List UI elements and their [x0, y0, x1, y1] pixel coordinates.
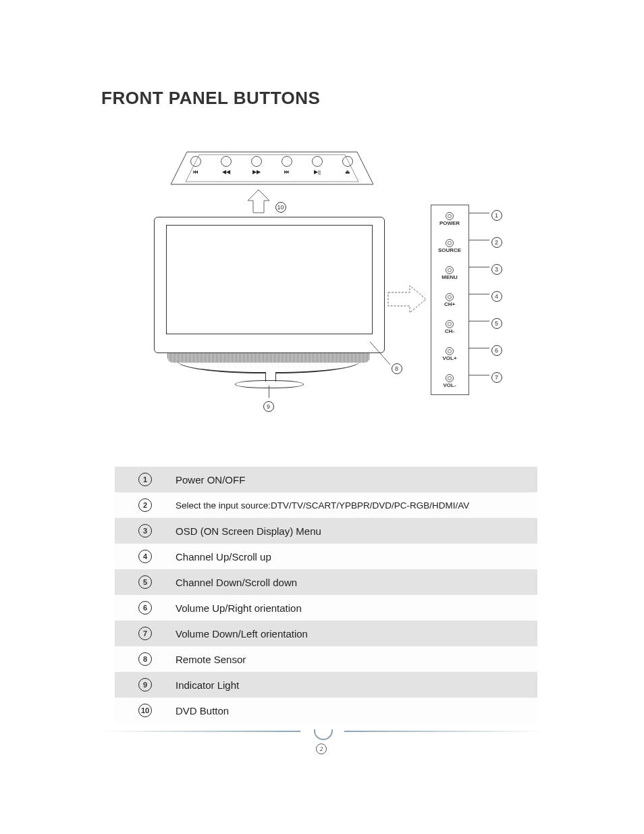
- callout-ref-1: 1: [491, 208, 502, 221]
- menu-button: MENU: [431, 259, 468, 286]
- callout-ref-10: 10: [275, 200, 286, 213]
- manual-page: FRONT PANEL BUTTONS ⏮ ◀◀ ▶▶ ⏭ ▶|| ⏏: [101, 88, 543, 723]
- table-row: 7Volume Down/Left orientation: [115, 621, 537, 646]
- callout-ref-6: 6: [491, 343, 502, 356]
- volume-up-button: VOL+: [431, 340, 468, 367]
- callout-ref-7: 7: [491, 370, 502, 383]
- leader-line: [469, 267, 489, 267]
- power-button: POWER: [431, 205, 468, 232]
- leader-line: [469, 213, 489, 213]
- dvd-button-strip: ⏮ ◀◀ ▶▶ ⏭ ▶|| ⏏: [171, 149, 373, 186]
- play-pause-icon: ▶||: [314, 169, 321, 175]
- table-row: 9Indicator Light: [115, 672, 537, 698]
- callout-ref-4: 4: [491, 289, 502, 302]
- channel-down-button: CH-: [431, 313, 468, 340]
- footer-rule-left: [101, 731, 300, 732]
- front-panel-diagram: ⏮ ◀◀ ▶▶ ⏭ ▶|| ⏏ 10: [134, 149, 512, 419]
- dvd-eject-button: ⏏: [342, 156, 353, 175]
- legend-table: 1Power ON/OFF 2Select the input source:D…: [115, 467, 537, 723]
- footer-rule-right: [344, 731, 543, 732]
- dvd-prev-button: ⏮: [190, 156, 201, 175]
- dvd-play-pause-button: ▶||: [312, 156, 323, 175]
- leader-line: [269, 386, 269, 398]
- callout-ref-9: 9: [263, 399, 274, 412]
- source-button: SOURCE: [431, 232, 468, 259]
- callout-ref-8: 8: [392, 361, 402, 374]
- svg-marker-2: [248, 190, 269, 213]
- svg-marker-3: [388, 286, 426, 313]
- dvd-next-button: ⏭: [281, 156, 292, 175]
- callout-ref-3: 3: [491, 262, 502, 275]
- skip-back-icon: ⏮: [193, 169, 198, 175]
- callout-ref-5: 5: [491, 316, 502, 329]
- dvd-forward-button: ▶▶: [251, 156, 262, 175]
- table-row: 1Power ON/OFF: [115, 467, 537, 492]
- page-title: FRONT PANEL BUTTONS: [101, 88, 543, 109]
- leader-line: [469, 348, 489, 348]
- leader-line: [469, 375, 489, 375]
- eject-icon: ⏏: [345, 169, 350, 175]
- arrow-up-icon: [245, 188, 272, 215]
- dvd-rewind-button: ◀◀: [221, 156, 232, 175]
- tv-illustration: [154, 217, 383, 372]
- fast-forward-icon: ▶▶: [252, 169, 261, 175]
- table-row: 6Volume Up/Right orientation: [115, 595, 537, 621]
- table-row: 2Select the input source:DTV/TV/SCART/YP…: [115, 492, 537, 518]
- svg-line-4: [370, 342, 390, 365]
- side-button-panel: POWER SOURCE MENU CH+ CH- VOL+ VOL-: [431, 205, 469, 395]
- skip-forward-icon: ⏭: [284, 169, 290, 175]
- table-row: 3OSD (ON Screen Display) Menu: [115, 518, 537, 544]
- table-row: 10DVD Button: [115, 698, 537, 723]
- table-row: 4Channel Up/Scroll up: [115, 544, 537, 569]
- leader-line: [469, 294, 489, 294]
- leader-line: [469, 240, 489, 240]
- table-row: 8Remote Sensor: [115, 646, 537, 672]
- table-row: 5Channel Down/Scroll down: [115, 569, 537, 595]
- leader-line: [469, 321, 489, 321]
- volume-down-button: VOL-: [431, 367, 468, 394]
- arrow-right-icon: [387, 284, 427, 314]
- page-number: 2: [316, 741, 327, 754]
- callout-ref-2: 2: [491, 235, 502, 248]
- footer-notch: [314, 729, 333, 740]
- channel-up-button: CH+: [431, 286, 468, 313]
- rewind-icon: ◀◀: [222, 169, 230, 175]
